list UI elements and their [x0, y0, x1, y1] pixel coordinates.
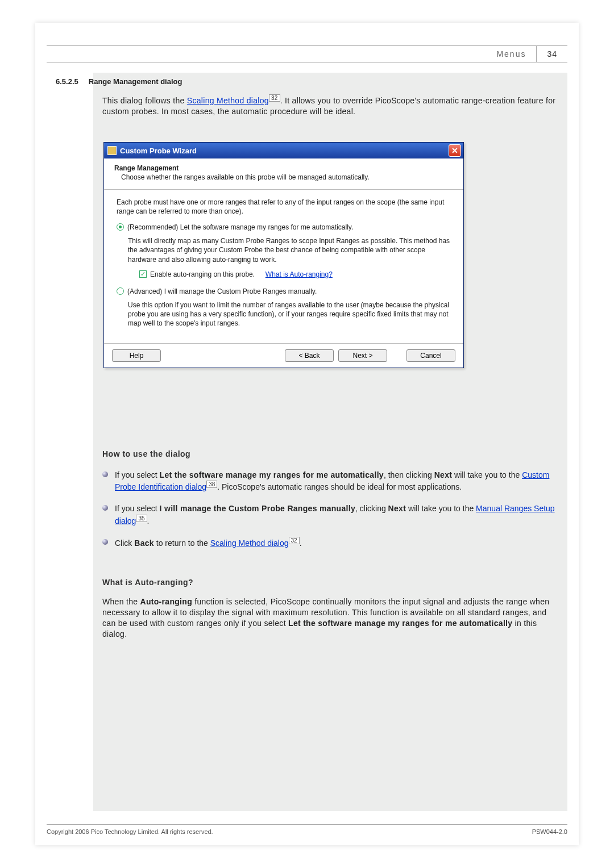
help-button[interactable]: Help [112, 349, 161, 362]
ref-badge: 32 [269, 94, 280, 102]
cancel-button[interactable]: Cancel [406, 349, 455, 362]
option-auto-label: (Recommended) Let the software manage my… [127, 223, 353, 232]
close-icon[interactable]: ✕ [449, 144, 461, 157]
page-number: 34 [536, 46, 567, 62]
option-manual-row: (Advanced) I will manage the Custom Prob… [117, 287, 451, 296]
wizard-header-title: Range Management [114, 164, 453, 172]
whatis-heading: What is Auto-ranging? [102, 577, 558, 588]
bullet-3-text: Click Back to return to the Scaling Meth… [115, 537, 302, 549]
bullet-2: If you select I will manage the Custom P… [102, 503, 558, 526]
section-number: 6.5.2.5 [56, 77, 78, 86]
checkbox-auto-ranging[interactable] [139, 270, 147, 278]
section-heading-row: 6.5.2.5 Range Management dialog [56, 77, 182, 86]
wizard-footer: Help < Back Next > Cancel [104, 343, 463, 368]
what-is-auto-ranging-link[interactable]: What is Auto-ranging? [265, 270, 333, 279]
scaling-method-link-2[interactable]: Scaling Method dialog [210, 538, 289, 547]
doc-id: PSW044-2.0 [532, 828, 567, 835]
auto-ranging-checkbox-row: Enable auto-ranging on this probe. What … [117, 270, 451, 279]
radio-auto[interactable] [117, 223, 124, 231]
radio-manual[interactable] [117, 287, 124, 295]
wizard-header-subtitle: Choose whether the ranges available on t… [114, 173, 453, 182]
bullet-icon [102, 505, 108, 511]
header-right: Menus 34 [496, 46, 567, 62]
next-button[interactable]: Next > [338, 349, 387, 362]
section-label: Menus [496, 49, 536, 59]
scaling-method-link[interactable]: Scaling Method dialog [187, 96, 269, 105]
whatis-paragraph: When the Auto-ranging function is select… [102, 596, 558, 640]
wizard-titlebar: Custom Probe Wizard ✕ [104, 143, 463, 158]
document-page: Menus 34 6.5.2.5 Range Management dialog… [35, 23, 579, 845]
intro-paragraph: This dialog follows the Scaling Method d… [102, 94, 558, 116]
bullet-2-text: If you select I will manage the Custom P… [115, 503, 558, 526]
option-manual-label: (Advanced) I will manage the Custom Prob… [127, 287, 317, 296]
custom-probe-wizard: Custom Probe Wizard ✕ Range Management C… [103, 142, 464, 368]
wizard-body: Each probe must have one or more ranges … [104, 190, 463, 343]
copyright: Copyright 2006 Pico Technology Limited. … [47, 828, 213, 835]
section-title: Range Management dialog [89, 77, 182, 86]
page-footer: Copyright 2006 Pico Technology Limited. … [47, 824, 567, 835]
intro-pre: This dialog follows the [102, 96, 187, 105]
bullet-1-text: If you select Let the software manage my… [115, 469, 558, 493]
wizard-icon [107, 146, 117, 155]
bullet-1: If you select Let the software manage my… [102, 469, 558, 493]
back-button[interactable]: < Back [285, 349, 334, 362]
bullet-icon [102, 539, 108, 545]
option-auto-description: This will directly map as many Custom Pr… [117, 236, 451, 264]
bullet-3: Click Back to return to the Scaling Meth… [102, 537, 558, 549]
wizard-intro: Each probe must have one or more ranges … [117, 198, 451, 216]
option-auto-row: (Recommended) Let the software manage my… [117, 223, 451, 232]
howto-heading: How to use the dialog [102, 449, 558, 460]
option-manual-description: Use this option if you want to limit the… [117, 301, 451, 328]
howto-bullets: If you select Let the software manage my… [102, 469, 558, 558]
bullet-icon [102, 471, 108, 477]
page-header: Menus 34 [47, 45, 567, 62]
wizard-header: Range Management Choose whether the rang… [104, 158, 463, 190]
checkbox-label: Enable auto-ranging on this probe. [150, 270, 255, 279]
wizard-title: Custom Probe Wizard [120, 147, 197, 155]
